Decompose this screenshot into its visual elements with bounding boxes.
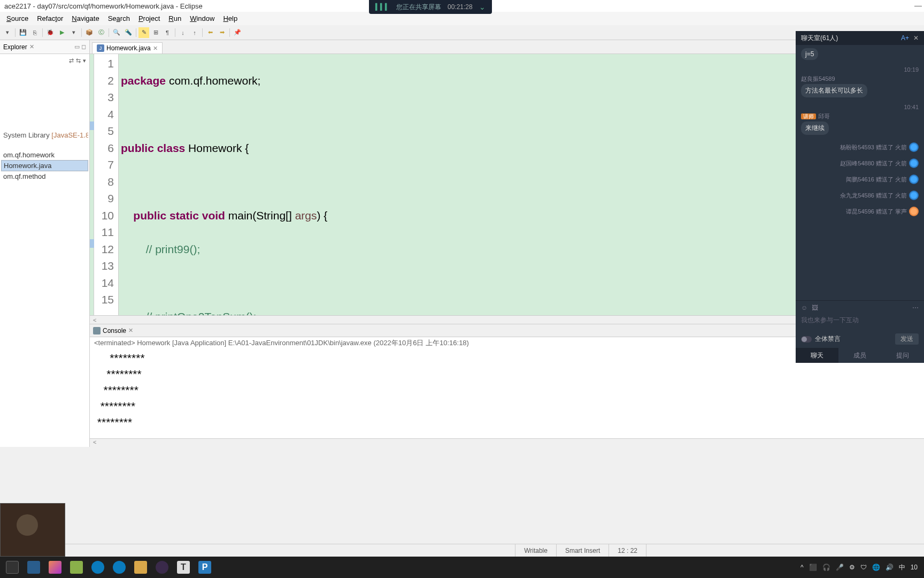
menu-source[interactable]: Source [2,13,33,24]
minimize-icon[interactable]: ▭ ◻ [74,43,86,50]
chat-username: 讲师邱哥 [801,112,919,120]
tab-chat[interactable]: 聊天 [796,348,838,363]
search-button[interactable]: 🔦 [123,27,134,38]
taskbar-app[interactable]: T [173,558,194,576]
menu-window[interactable]: Window [186,13,219,24]
debug-button[interactable]: 🐞 [45,27,56,38]
image-icon[interactable]: 🖼 [812,304,818,311]
editor-tab-homework[interactable]: J Homework.java ✕ [92,42,163,54]
taskbar-app[interactable] [152,558,172,576]
toolbar: ▾ 💾 ⎘ 🐞 ▶ ▾ 📦 Ⓒ 🔍 🔦 ✎ ⊞ ¶ ↓ ↑ ⬅ ➡ 📌 [0,25,924,40]
next-annotation-button[interactable]: ↓ [178,27,188,38]
new-class-button[interactable]: Ⓒ [96,27,106,38]
show-whitespace-button[interactable]: ¶ [162,27,173,38]
jre-library[interactable]: System Library [JavaSE-1.8] [1,130,88,140]
chat-input[interactable]: 我也来参与一下互动 [801,314,919,327]
tray-volume-icon[interactable]: 🔊 [886,564,894,571]
taskbar-app[interactable] [24,558,44,576]
gift-notification: 杨盼盼54593 赠送了 火箭 [801,139,919,155]
back-button[interactable]: ⬅ [205,27,215,38]
run-button[interactable]: ▶ [57,27,67,38]
file-homework-java[interactable]: Homework.java [1,160,88,171]
chat-title: 聊天室(61人) [801,34,897,43]
prev-annotation-button[interactable]: ↑ [189,27,200,38]
gift-notification: 谭昆54596 赠送了 掌声 [801,203,919,219]
tray-icon[interactable]: 🎤 [836,564,844,571]
status-writable: Writable [515,544,556,557]
new-button[interactable]: ▾ [2,27,13,38]
taskbar-app[interactable] [2,558,22,576]
taskbar-app[interactable]: P [195,558,215,576]
menu-help[interactable]: Help [219,13,242,24]
save-all-button[interactable]: ⎘ [29,27,40,38]
screen-share-bar[interactable]: ▍▍▍ 您正在共享屏幕 00:21:28 ⌄ [369,0,492,14]
chevron-down-icon[interactable]: ⌄ [479,3,486,11]
font-size-button[interactable]: A+ [901,34,909,42]
rocket-icon [909,191,919,200]
save-button[interactable]: 💾 [18,27,28,38]
tab-members[interactable]: 成员 [838,348,881,363]
forward-button[interactable]: ➡ [217,27,227,38]
system-tray[interactable]: ^ ⬛ 🎧 🎤 ⚙ 🛡 🌐 🔊 中 10 [800,563,922,572]
close-icon[interactable]: ✕ [128,327,133,334]
gift-notification: 佘九龙54586 赠送了 火箭 [801,187,919,203]
tray-icon[interactable]: ⬛ [809,564,817,571]
new-package-button[interactable]: 📦 [84,27,95,38]
chat-message: 来继续 [801,121,829,135]
marker-bar [90,54,94,315]
explorer-title: Explorer [3,43,27,51]
collapse-all-icon[interactable]: ⇄ [69,57,74,64]
chat-messages[interactable]: j=5 10:19 赵良振54589 方法名最长可以多长 10:41 讲师邱哥 … [796,45,924,300]
menu-search[interactable]: Search [104,13,134,24]
signal-icon: ▍▍▍ [375,3,390,11]
close-icon[interactable]: ✕ [153,45,158,52]
emoji-icon[interactable]: ☺ [801,304,807,311]
webcam-overlay[interactable] [0,503,65,557]
link-editor-icon[interactable]: ⇆ [76,57,81,64]
explorer-toolbar: ⇄ ⇆ ▾ [0,54,89,67]
taskbar-app[interactable] [130,558,151,576]
window-title: ace2217 - day07/src/com/qf/homework/Home… [4,2,203,10]
tray-icon[interactable]: ⚙ [849,564,855,571]
close-icon[interactable]: ✕ [913,34,919,42]
tray-chevron-icon[interactable]: ^ [800,564,804,571]
taskbar-app[interactable] [109,558,129,576]
more-icon[interactable]: ⋯ [912,304,919,311]
explorer-tab[interactable]: Explorer ✕ ▭ ◻ [0,40,89,54]
menu-project[interactable]: Project [134,13,164,24]
open-type-button[interactable]: 🔍 [111,27,122,38]
share-timer: 00:21:28 [448,3,473,11]
send-button[interactable]: 发送 [895,333,919,345]
console-h-scroll[interactable]: < [90,438,924,447]
view-menu-icon[interactable]: ▾ [83,57,86,64]
taskbar-app[interactable] [45,558,65,576]
package-method[interactable]: om.qf.method [1,171,88,181]
menu-refactor[interactable]: Refactor [33,13,67,24]
tray-network-icon[interactable]: 🌐 [872,564,880,571]
java-file-icon: J [97,44,104,52]
console-tab[interactable]: Console [103,327,126,334]
tray-time[interactable]: 10 [911,564,918,571]
tab-questions[interactable]: 提问 [881,348,924,363]
gift-notification: 闻鹏54616 赠送了 火箭 [801,171,919,187]
pin-button[interactable]: 📌 [232,27,243,38]
taskbar-app[interactable] [88,558,108,576]
close-icon[interactable]: ✕ [29,43,34,50]
tray-ime[interactable]: 中 [899,563,905,572]
console-icon [93,327,101,334]
toggle-mark-button[interactable]: ✎ [138,27,149,38]
mute-label: 全体禁言 [815,334,841,344]
rocket-icon [909,158,919,168]
package-homework[interactable]: om.qf.homework [1,150,88,160]
taskbar-app[interactable] [66,558,87,576]
minimize-button[interactable]: — [914,1,922,10]
tab-label: Homework.java [106,44,151,52]
tray-icon[interactable]: 🎧 [822,564,830,571]
mute-toggle[interactable] [801,336,812,343]
toggle-block-button[interactable]: ⊞ [150,27,161,38]
menu-run[interactable]: Run [164,13,186,24]
tray-icon[interactable]: 🛡 [860,564,867,571]
menu-navigate[interactable]: Navigate [67,13,103,24]
status-bar: Writable Smart Insert 12 : 22 [0,544,924,557]
run-last-button[interactable]: ▾ [68,27,79,38]
